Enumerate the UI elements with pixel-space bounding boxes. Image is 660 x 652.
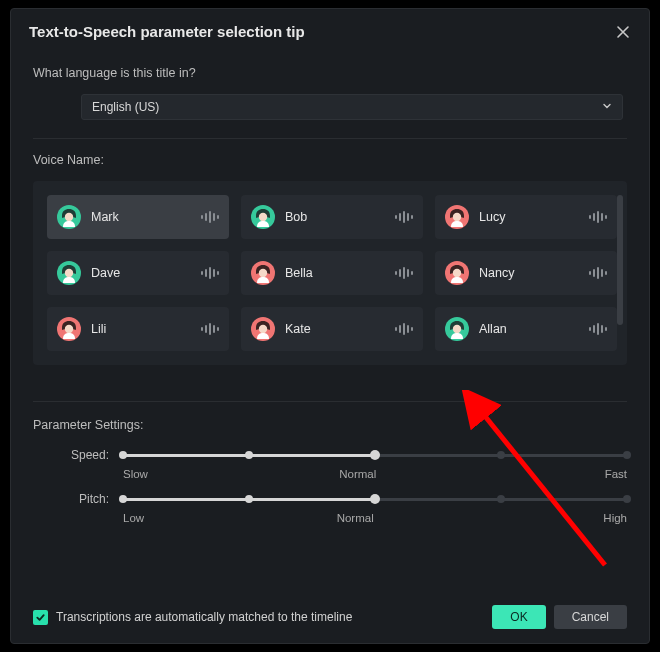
voice-card[interactable]: Lucy xyxy=(435,195,617,239)
avatar xyxy=(251,205,275,229)
voice-card[interactable]: Mark xyxy=(47,195,229,239)
waveform-icon xyxy=(589,211,607,223)
voice-grid: Mark Bob Lucy Dave Bella Nancy Lili Kate xyxy=(47,195,617,351)
avatar xyxy=(445,317,469,341)
svg-point-15 xyxy=(259,325,267,333)
modal-footer: Transcriptions are automatically matched… xyxy=(11,601,649,643)
waveform-icon xyxy=(589,267,607,279)
voice-card[interactable]: Bob xyxy=(241,195,423,239)
avatar xyxy=(445,261,469,285)
waveform-icon xyxy=(201,267,219,279)
svg-point-5 xyxy=(453,213,461,221)
scrollbar[interactable] xyxy=(617,195,623,325)
voice-card[interactable]: Allan xyxy=(435,307,617,351)
avatar xyxy=(57,317,81,341)
divider xyxy=(33,401,627,402)
voice-card[interactable]: Bella xyxy=(241,251,423,295)
transcription-check-row: Transcriptions are automatically matched… xyxy=(33,610,484,625)
avatar xyxy=(57,261,81,285)
waveform-icon xyxy=(589,323,607,335)
waveform-icon xyxy=(201,323,219,335)
svg-point-17 xyxy=(453,325,461,333)
voice-name: Bella xyxy=(285,266,395,280)
ok-button[interactable]: OK xyxy=(492,605,545,629)
chevron-down-icon xyxy=(602,100,612,114)
svg-point-9 xyxy=(259,269,267,277)
modal-title: Text-to-Speech parameter selection tip xyxy=(29,23,305,40)
waveform-icon xyxy=(395,267,413,279)
divider xyxy=(33,138,627,139)
close-icon[interactable] xyxy=(615,24,631,40)
voice-name: Kate xyxy=(285,322,395,336)
modal-header: Text-to-Speech parameter selection tip xyxy=(11,9,649,50)
voice-name: Nancy xyxy=(479,266,589,280)
speed-label: Speed: xyxy=(33,448,123,462)
voice-name: Mark xyxy=(91,210,201,224)
tts-modal: Text-to-Speech parameter selection tip W… xyxy=(10,8,650,644)
avatar xyxy=(445,205,469,229)
svg-point-3 xyxy=(259,213,267,221)
waveform-icon xyxy=(201,211,219,223)
pitch-tick-labels: Low Normal High xyxy=(123,512,627,524)
svg-point-13 xyxy=(65,325,73,333)
voice-card[interactable]: Kate xyxy=(241,307,423,351)
transcription-label: Transcriptions are automatically matched… xyxy=(56,610,352,624)
svg-point-7 xyxy=(65,269,73,277)
voice-name: Dave xyxy=(91,266,201,280)
cancel-button[interactable]: Cancel xyxy=(554,605,627,629)
voice-card[interactable]: Nancy xyxy=(435,251,617,295)
pitch-slider[interactable] xyxy=(123,490,627,508)
voice-card[interactable]: Lili xyxy=(47,307,229,351)
params-label: Parameter Settings: xyxy=(33,418,627,432)
voice-name: Allan xyxy=(479,322,589,336)
avatar xyxy=(57,205,81,229)
voice-section-label: Voice Name: xyxy=(33,153,627,167)
avatar xyxy=(251,317,275,341)
voice-name: Lucy xyxy=(479,210,589,224)
voice-card[interactable]: Dave xyxy=(47,251,229,295)
voice-name: Lili xyxy=(91,322,201,336)
pitch-label: Pitch: xyxy=(33,492,123,506)
voice-panel: Mark Bob Lucy Dave Bella Nancy Lili Kate xyxy=(33,181,627,365)
transcription-checkbox[interactable] xyxy=(33,610,48,625)
voice-name: Bob xyxy=(285,210,395,224)
speed-tick-labels: Slow Normal Fast xyxy=(123,468,627,480)
svg-point-1 xyxy=(65,213,73,221)
svg-point-11 xyxy=(453,269,461,277)
avatar xyxy=(251,261,275,285)
language-select[interactable]: English (US) xyxy=(81,94,623,120)
waveform-icon xyxy=(395,211,413,223)
language-question: What language is this title in? xyxy=(33,66,627,80)
modal-body: What language is this title in? English … xyxy=(11,50,649,601)
speed-slider[interactable] xyxy=(123,446,627,464)
language-value: English (US) xyxy=(92,100,159,114)
pitch-row: Pitch: xyxy=(33,490,627,508)
speed-row: Speed: xyxy=(33,446,627,464)
waveform-icon xyxy=(395,323,413,335)
